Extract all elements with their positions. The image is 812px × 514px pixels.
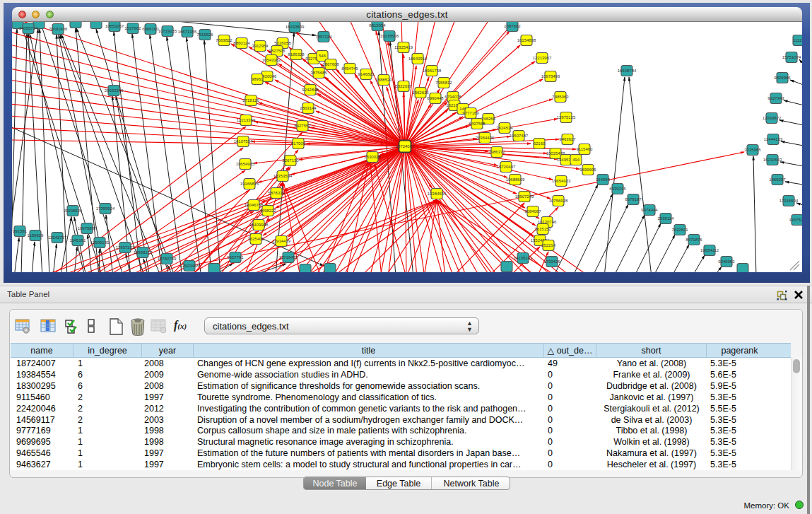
svg-text:10975887: 10975887 xyxy=(78,226,97,230)
svg-text:9242848: 9242848 xyxy=(302,88,319,92)
svg-text:1156829: 1156829 xyxy=(28,233,45,238)
svg-text:11325419: 11325419 xyxy=(394,45,413,49)
svg-text:9777169: 9777169 xyxy=(462,111,479,115)
svg-text:6794078: 6794078 xyxy=(445,95,461,99)
svg-text:2935114: 2935114 xyxy=(658,216,675,221)
svg-text:20091406: 20091406 xyxy=(49,27,68,31)
svg-text:10653267: 10653267 xyxy=(105,24,124,28)
svg-text:12213967: 12213967 xyxy=(533,56,552,60)
svg-text:9474444: 9474444 xyxy=(641,208,658,212)
svg-text:7625402: 7625402 xyxy=(247,237,264,241)
svg-text:16543362: 16543362 xyxy=(262,58,281,62)
svg-text:11914479: 11914479 xyxy=(272,239,291,243)
svg-text:12505135: 12505135 xyxy=(90,240,110,245)
svg-text:19218506: 19218506 xyxy=(380,34,399,38)
svg-text:16210643: 16210643 xyxy=(763,158,782,162)
svg-text:1145191: 1145191 xyxy=(70,238,87,243)
svg-text:2867608: 2867608 xyxy=(322,62,339,66)
svg-text:8427552: 8427552 xyxy=(294,124,311,128)
svg-text:7955812: 7955812 xyxy=(435,81,452,85)
svg-text:98961: 98961 xyxy=(252,77,264,81)
svg-text:6966160: 6966160 xyxy=(142,27,159,31)
svg-text:14136141: 14136141 xyxy=(514,256,533,260)
svg-text:10973493: 10973493 xyxy=(541,74,560,78)
svg-text:20053346: 20053346 xyxy=(105,88,124,93)
svg-text:16648784: 16648784 xyxy=(618,69,637,73)
svg-text:2718126: 2718126 xyxy=(242,98,259,103)
svg-text:1569297: 1569297 xyxy=(769,177,786,182)
svg-text:546: 546 xyxy=(319,54,326,58)
svg-text:7632621: 7632621 xyxy=(671,228,688,232)
svg-text:15751074: 15751074 xyxy=(782,55,801,59)
svg-text:15409948: 15409948 xyxy=(249,223,269,227)
svg-text:20364436: 20364436 xyxy=(476,136,495,140)
svg-text:18907249: 18907249 xyxy=(515,194,534,199)
svg-text:9699695: 9699695 xyxy=(579,168,596,172)
svg-text:1615152: 1615152 xyxy=(534,227,551,231)
svg-text:12444153: 12444153 xyxy=(764,137,783,141)
svg-text:7857224: 7857224 xyxy=(315,35,332,39)
svg-text:12213369: 12213369 xyxy=(237,118,256,122)
svg-text:9115460: 9115460 xyxy=(577,147,594,151)
svg-text:13716485: 13716485 xyxy=(279,255,298,259)
svg-text:2803144: 2803144 xyxy=(300,106,317,110)
svg-text:16782759: 16782759 xyxy=(158,257,177,261)
svg-text:3624534: 3624534 xyxy=(496,126,513,130)
svg-text:391581: 391581 xyxy=(13,229,28,233)
svg-text:8860124: 8860124 xyxy=(233,41,250,45)
svg-text:817006: 817006 xyxy=(291,141,306,146)
svg-text:1562615: 1562615 xyxy=(412,90,429,95)
svg-text:9463627: 9463627 xyxy=(559,137,576,141)
svg-text:17957253: 17957253 xyxy=(116,245,135,250)
svg-text:16107554: 16107554 xyxy=(234,139,253,144)
svg-text:16033809: 16033809 xyxy=(286,25,305,29)
svg-text:19384554: 19384554 xyxy=(428,192,447,196)
svg-text:6497568: 6497568 xyxy=(469,122,486,126)
svg-text:252214: 252214 xyxy=(541,243,556,247)
svg-text:10654112: 10654112 xyxy=(700,248,719,252)
svg-text:5322037: 5322037 xyxy=(395,84,412,88)
svg-text:3215955: 3215955 xyxy=(744,148,761,152)
svg-text:2530028: 2530028 xyxy=(364,155,381,159)
svg-text:2087682: 2087682 xyxy=(504,24,521,28)
svg-text:16640910: 16640910 xyxy=(408,57,428,61)
svg-text:6939215: 6939215 xyxy=(609,187,626,191)
svg-text:5878334: 5878334 xyxy=(268,191,285,195)
svg-text:19166825: 19166825 xyxy=(240,182,259,186)
svg-text:7663822: 7663822 xyxy=(216,38,233,42)
svg-text:6990448: 6990448 xyxy=(427,96,444,100)
svg-text:1167535: 1167535 xyxy=(789,218,802,222)
svg-text:9657791: 9657791 xyxy=(227,255,244,259)
svg-text:16961758: 16961758 xyxy=(423,69,442,73)
svg-text:14055714: 14055714 xyxy=(19,26,38,30)
svg-text:19654923: 19654923 xyxy=(552,179,571,183)
svg-text:746266: 746266 xyxy=(481,117,496,121)
svg-text:18724007: 18724007 xyxy=(396,144,415,148)
svg-text:3875685: 3875685 xyxy=(310,71,327,75)
svg-text:10507487: 10507487 xyxy=(510,134,529,138)
svg-text:17016504: 17016504 xyxy=(779,199,799,203)
svg-text:17359924: 17359924 xyxy=(96,206,115,211)
svg-text:10688609: 10688609 xyxy=(506,177,525,182)
svg-text:3912954: 3912954 xyxy=(252,44,269,48)
svg-text:7986372: 7986372 xyxy=(488,150,505,154)
svg-text:11123: 11123 xyxy=(793,38,802,42)
svg-text:3267130: 3267130 xyxy=(282,158,299,163)
svg-text:6679197: 6679197 xyxy=(625,197,642,201)
svg-text:19654985: 19654985 xyxy=(236,162,255,166)
svg-text:7515526: 7515526 xyxy=(196,33,213,37)
svg-text:12923468: 12923468 xyxy=(180,264,199,268)
svg-text:16154838: 16154838 xyxy=(517,38,536,42)
svg-text:494: 494 xyxy=(572,158,580,162)
svg-text:15720407: 15720407 xyxy=(497,165,516,169)
svg-text:12353594: 12353594 xyxy=(273,174,293,178)
svg-text:4498222: 4498222 xyxy=(259,209,276,213)
svg-text:9245052: 9245052 xyxy=(718,259,735,264)
svg-text:10719155: 10719155 xyxy=(158,29,177,33)
svg-text:8471876: 8471876 xyxy=(686,238,702,242)
svg-text:16671355: 16671355 xyxy=(178,30,197,34)
svg-text:5226058: 5226058 xyxy=(274,41,291,45)
svg-text:10756928: 10756928 xyxy=(549,199,568,203)
svg-text:12975125: 12975125 xyxy=(557,115,576,119)
svg-text:10958127: 10958127 xyxy=(134,250,153,255)
